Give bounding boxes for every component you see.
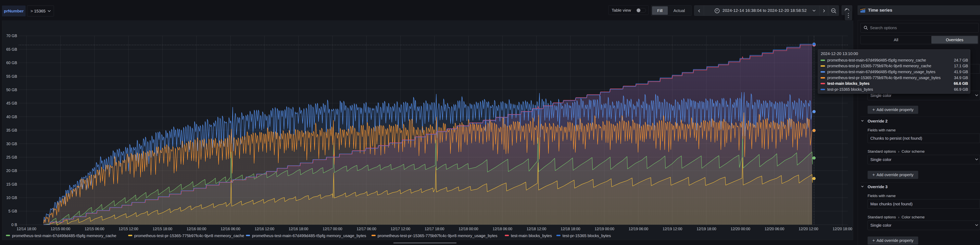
svg-text:0 B: 0 B [11,223,17,227]
svg-text:12/16 06:00: 12/16 06:00 [221,227,240,231]
svg-text:12/16 00:00: 12/16 00:00 [187,227,206,231]
svg-text:65 GB: 65 GB [6,47,17,51]
svg-text:70 GB: 70 GB [6,34,17,38]
svg-text:50 GB: 50 GB [6,88,17,92]
svg-text:12/17 12:00: 12/17 12:00 [391,227,410,231]
svg-text:30 GB: 30 GB [6,142,17,146]
svg-text:12/19 06:00: 12/19 06:00 [628,227,648,231]
svg-text:12/18 06:00: 12/18 06:00 [493,227,512,231]
svg-text:12/15 18:00: 12/15 18:00 [153,227,172,231]
svg-text:12/17 00:00: 12/17 00:00 [323,227,342,231]
svg-text:12/16 12:00: 12/16 12:00 [255,227,274,231]
svg-text:12/17 18:00: 12/17 18:00 [425,227,444,231]
svg-text:25 GB: 25 GB [6,155,17,159]
svg-text:10 GB: 10 GB [6,195,17,200]
svg-text:12/20 00:00: 12/20 00:00 [730,227,750,231]
svg-text:12/16 18:00: 12/16 18:00 [289,227,308,231]
svg-text:12/19 18:00: 12/19 18:00 [697,227,716,231]
svg-text:12/19 00:00: 12/19 00:00 [595,227,614,231]
svg-text:12/19 12:00: 12/19 12:00 [663,227,682,231]
svg-text:20 GB: 20 GB [6,168,17,173]
svg-text:60 GB: 60 GB [6,61,17,65]
svg-text:12/18 12:00: 12/18 12:00 [527,227,546,231]
svg-text:55 GB: 55 GB [6,74,17,78]
svg-text:35 GB: 35 GB [6,128,17,132]
svg-text:12/17 06:00: 12/17 06:00 [356,227,376,231]
svg-text:12/18 18:00: 12/18 18:00 [561,227,581,231]
svg-text:12/15 00:00: 12/15 00:00 [51,227,70,231]
svg-text:12/15 12:00: 12/15 12:00 [119,227,138,231]
svg-text:12/20 12:00: 12/20 12:00 [799,227,818,231]
svg-text:15 GB: 15 GB [6,182,17,186]
svg-text:12/20 06:00: 12/20 06:00 [765,227,784,231]
svg-text:12/15 06:00: 12/15 06:00 [85,227,104,231]
svg-text:12/20 18:00: 12/20 18:00 [832,227,852,231]
svg-text:12/18 00:00: 12/18 00:00 [458,227,478,231]
svg-text:12/14 18:00: 12/14 18:00 [16,227,36,231]
svg-text:40 GB: 40 GB [6,115,17,119]
svg-text:45 GB: 45 GB [6,101,17,105]
svg-text:5 GB: 5 GB [8,209,17,213]
